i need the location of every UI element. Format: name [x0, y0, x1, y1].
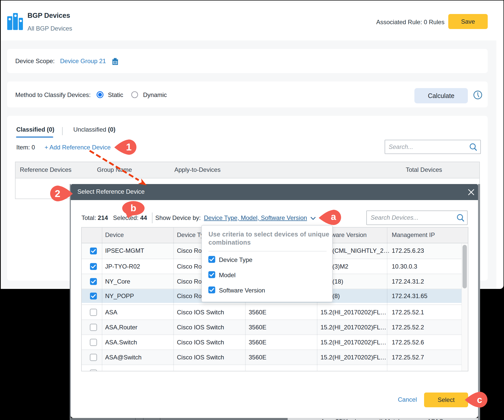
svg-text:b: b: [131, 203, 136, 213]
svg-text:2: 2: [55, 188, 60, 199]
svg-text:1: 1: [126, 142, 132, 152]
svg-text:c: c: [477, 395, 482, 405]
svg-text:a: a: [331, 212, 336, 222]
